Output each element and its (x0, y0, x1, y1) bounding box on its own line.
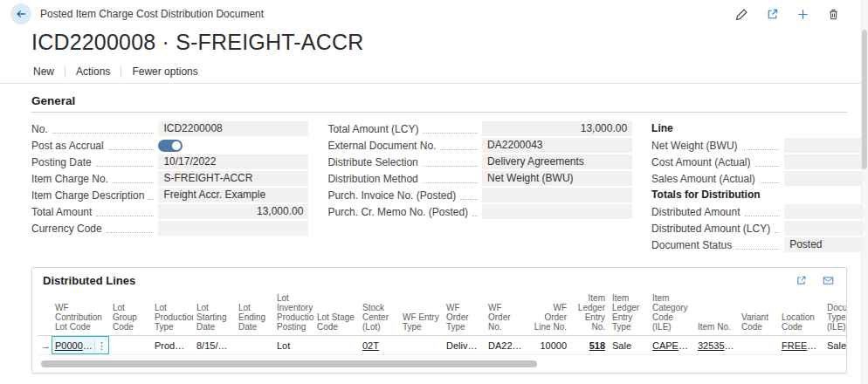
grid-cell[interactable]: 518 (570, 336, 609, 355)
cell-value[interactable]: 02T (362, 340, 379, 351)
horizontal-scrollbar-thumb[interactable] (41, 360, 537, 367)
lines-grid-viewport: WF Contribution Lot CodeLot Group CodeLo… (32, 291, 846, 355)
column-header[interactable]: Location Code (778, 291, 823, 336)
field-row: Item Charge DescriptionFreight Accr. Exa… (31, 187, 308, 203)
column-header[interactable]: Lot Production Type (151, 291, 193, 336)
delete-button[interactable] (825, 6, 842, 23)
add-button[interactable] (795, 6, 811, 23)
grid-cell[interactable]: FREEZER_01 (778, 336, 823, 355)
cell-value[interactable]: CAPE-FG (652, 340, 694, 351)
column-header[interactable]: Item Ledger Entry Type (609, 291, 649, 336)
grid-cell[interactable]: CAPE-FG (649, 336, 694, 355)
grid-cell[interactable] (235, 336, 273, 355)
column-header[interactable]: Stock Center (Lot) (359, 291, 399, 336)
cell-value[interactable]: 32535AI0 (698, 340, 738, 351)
post-as-accrual-toggle[interactable] (158, 140, 183, 152)
add-icon (796, 8, 809, 21)
column-header[interactable]: WF Order Type (443, 291, 485, 336)
column-header[interactable]: WF Contribution Lot Code (52, 291, 109, 336)
mail-button[interactable] (821, 273, 836, 288)
field-value[interactable]: 26,000.0 (784, 138, 868, 153)
column-header[interactable]: WF Entry Type (399, 291, 443, 336)
edit-icon (735, 8, 748, 21)
vertical-scrollbar[interactable] (861, 0, 868, 384)
field-row: Purch. Cr. Memo No. (Posted) (327, 203, 632, 220)
top-actions (734, 6, 842, 23)
column-header[interactable]: Lot Stage Code (313, 291, 359, 336)
field-label: Net Weight (BWU) (651, 140, 737, 152)
action-bar-separator (65, 65, 65, 78)
action-bar: New Actions Fewer options (0, 60, 868, 84)
edit-button[interactable] (734, 6, 750, 23)
distributed-lines-heading[interactable]: Distributed Lines (43, 274, 135, 287)
grid-cell[interactable]: Lot (273, 336, 313, 355)
action-new[interactable]: New (26, 62, 61, 81)
field-value[interactable]: S-FREIGHT-ACCR (158, 171, 308, 186)
grid-cell[interactable]: P0000956⋮ (52, 336, 109, 355)
field-value[interactable]: 145,067.40 (784, 154, 868, 169)
horizontal-scrollbar[interactable] (39, 359, 839, 369)
page-caption: Posted Item Charge Cost Distribution Doc… (40, 8, 734, 20)
grid-cell[interactable] (399, 336, 443, 355)
group-subheading: Totals for Distribution (651, 187, 868, 203)
column-header[interactable]: WF Order No. (485, 291, 528, 336)
grid-cell[interactable]: DA2200043 (485, 336, 528, 355)
field-value[interactable]: 13,000.00 (784, 204, 868, 219)
cell-value[interactable]: P0000956 (55, 340, 99, 351)
column-header[interactable]: Item Category Code (ILE) (649, 291, 694, 336)
grid-cell[interactable] (738, 336, 778, 355)
field-value[interactable]: Freight Accr. Example (158, 188, 308, 202)
field-value[interactable]: 13,000.00 (784, 221, 868, 236)
grid-cell[interactable]: Delivery Agreements (443, 336, 485, 355)
distributed-lines-header: Distributed Lines (32, 268, 846, 291)
field-value[interactable]: Net Weight (BWU) (482, 171, 632, 186)
field-value[interactable]: 10/17/2022 (158, 154, 308, 169)
column-header[interactable]: Lot Starting Date (193, 291, 235, 336)
dotted-leader (460, 190, 478, 201)
share-button[interactable] (764, 6, 781, 23)
field-value[interactable]: Delivery Agreements (482, 154, 632, 169)
grid-cell[interactable]: Production (151, 336, 193, 355)
grid-cell[interactable]: 32535AI0 (694, 336, 738, 355)
field-value[interactable] (482, 204, 632, 219)
share-button[interactable] (794, 273, 809, 288)
field-value[interactable]: DA2200043 (482, 138, 632, 153)
cell-value: 10000 (540, 340, 567, 351)
column-header[interactable]: Lot Ending Date (235, 291, 273, 336)
action-actions[interactable]: Actions (69, 62, 117, 81)
cell-value[interactable]: 518 (589, 340, 605, 351)
grid-cell[interactable] (313, 336, 359, 355)
field-value[interactable]: 13,000.00 (482, 121, 632, 136)
grid-cell[interactable]: Sales Shipment (823, 336, 846, 355)
vertical-scrollbar-thumb[interactable] (862, 30, 867, 169)
column-header[interactable]: Variant Code (738, 291, 778, 336)
field-value[interactable] (482, 188, 632, 202)
column-header[interactable]: WF Order Line No. (528, 291, 570, 336)
column-header[interactable]: Lot Inventory Production Posting (273, 291, 313, 336)
field-value[interactable]: ICD2200008 (158, 121, 308, 136)
action-fewer-options[interactable]: Fewer options (125, 62, 204, 81)
field-row: Purch. Invoice No. (Posted) (327, 187, 632, 203)
field-label: Posting Date (31, 156, 92, 168)
grid-cell[interactable]: 02T (359, 336, 399, 355)
dotted-leader (423, 174, 478, 184)
row-indicator-header (38, 291, 52, 336)
cell-menu-button[interactable]: ⋮ (94, 339, 108, 351)
field-value[interactable]: 182,000.00 (784, 171, 868, 186)
grid-cell[interactable] (109, 336, 151, 355)
column-header[interactable]: Lot Group Code (109, 291, 151, 336)
general-section-heading[interactable]: General (31, 87, 847, 113)
field-value[interactable] (158, 221, 308, 236)
grid-cell[interactable]: 8/15/2022 (193, 336, 235, 355)
grid-cell[interactable]: 10000 (528, 336, 570, 355)
cell-value[interactable]: FREEZER_01 (782, 340, 823, 351)
field-value[interactable]: 13,000.00 (158, 204, 308, 219)
column-header[interactable]: Item Ledger Entry No. (570, 291, 609, 336)
column-header[interactable]: Document Type (ILE) (823, 291, 846, 336)
field-value[interactable]: Posted (784, 237, 868, 252)
field-label: Document Status (651, 239, 732, 251)
back-button[interactable] (10, 3, 31, 24)
grid-cell[interactable]: Sale (609, 336, 649, 355)
dotted-leader (742, 141, 781, 151)
column-header[interactable]: Item No. (694, 291, 738, 336)
